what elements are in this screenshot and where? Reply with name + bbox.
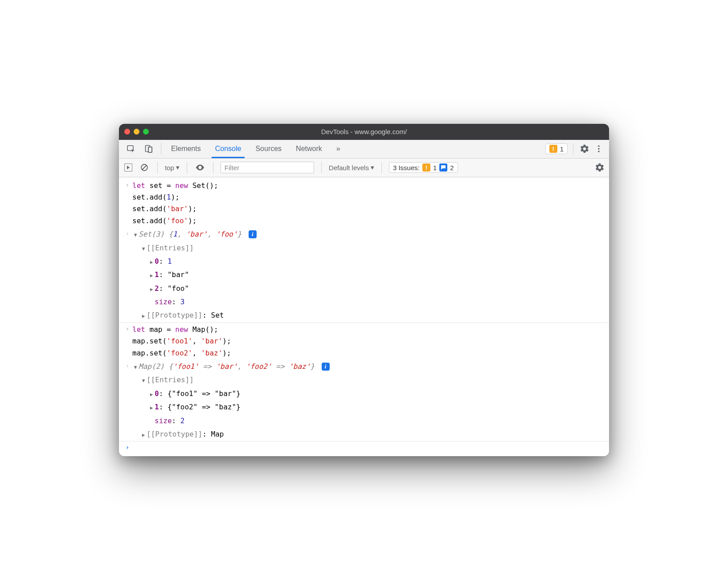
prompt-input[interactable] — [132, 442, 605, 453]
disclosure-triangle-icon[interactable] — [132, 229, 139, 240]
svg-point-6 — [598, 151, 600, 152]
console-input-row: › let map = new Map(); map.set('foo1', '… — [119, 323, 609, 360]
divider — [187, 162, 187, 173]
clear-console-icon[interactable] — [139, 162, 150, 173]
info-icon[interactable]: i — [322, 363, 330, 371]
object-entries: [[Entries]] — [119, 373, 609, 387]
object-summary[interactable]: Map(2) {'foo1' => 'bar', 'foo2' => 'baz'… — [132, 361, 605, 372]
entry-row: 1: {"foo2" => "baz"} — [119, 400, 609, 414]
divider — [213, 162, 213, 173]
settings-gear-icon[interactable] — [579, 143, 590, 155]
warning-icon: ! — [549, 145, 557, 153]
chevron-down-icon: ▾ — [176, 163, 180, 172]
live-expression-eye-icon[interactable] — [194, 162, 206, 173]
size-row: size: 2 — [119, 414, 609, 428]
input-chevron-icon: › — [123, 324, 132, 359]
panel-tabs: Elements Console Sources Network » — [164, 140, 348, 158]
prototype-row: [[Prototype]]: Map — [119, 428, 609, 441]
output-chevron-icon: ‹ — [123, 361, 132, 372]
divider — [157, 162, 158, 173]
disclosure-triangle-icon[interactable] — [140, 374, 147, 386]
entries-header[interactable]: [[Entries]] — [132, 374, 605, 386]
entry-row: 1: "bar" — [119, 268, 609, 282]
issues-badge[interactable]: 3 Issues: ! 1 2 — [389, 162, 458, 173]
console-toolbar: top ▾ Default levels ▾ 3 Issues: ! 1 2 — [119, 159, 609, 177]
console-output-row: ‹ Set(3) {1, 'bar', 'foo'} i — [119, 228, 609, 241]
kebab-menu-icon[interactable] — [593, 143, 605, 155]
divider — [161, 143, 161, 155]
maximize-window-button[interactable] — [143, 129, 149, 135]
context-selector[interactable]: top ▾ — [165, 163, 180, 172]
devtools-window: DevTools - www.google.com/ Elements Con — [119, 124, 609, 457]
output-chevron-icon: ‹ — [123, 229, 132, 240]
warnings-badge[interactable]: ! 1 — [545, 143, 568, 154]
entries-header[interactable]: [[Entries]] — [132, 242, 605, 254]
entry-row: 0: 1 — [119, 255, 609, 268]
disclosure-triangle-icon[interactable] — [140, 242, 147, 254]
prompt-chevron-icon: › — [123, 442, 132, 453]
divider — [573, 143, 573, 155]
warning-icon: ! — [422, 163, 430, 172]
disclosure-triangle-icon[interactable] — [140, 429, 147, 440]
disclosure-triangle-icon[interactable] — [148, 401, 155, 413]
inspect-element-icon[interactable] — [125, 143, 137, 155]
traffic-lights — [124, 129, 149, 135]
info-icon[interactable]: i — [249, 230, 257, 238]
tab-console[interactable]: Console — [208, 140, 249, 158]
input-chevron-icon: › — [123, 180, 132, 227]
console-prompt[interactable]: › — [119, 441, 609, 453]
size-row: size: 3 — [119, 295, 609, 309]
show-console-sidebar-icon[interactable] — [123, 162, 134, 173]
disclosure-triangle-icon[interactable] — [148, 283, 155, 294]
disclosure-triangle-icon[interactable] — [148, 256, 155, 267]
divider — [321, 162, 322, 173]
issues-msg-count: 2 — [450, 164, 454, 172]
console-input-row: › let set = new Set(); set.add(1); set.a… — [119, 179, 609, 228]
disclosure-triangle-icon[interactable] — [148, 269, 155, 281]
code-line[interactable]: let map = new Map(); map.set('foo1', 'ba… — [132, 324, 605, 359]
svg-rect-2 — [148, 147, 152, 152]
context-label: top — [165, 164, 174, 172]
svg-point-5 — [598, 148, 600, 150]
console-settings-gear-icon[interactable] — [594, 162, 605, 173]
disclosure-triangle-icon[interactable] — [132, 361, 139, 372]
main-toolbar: Elements Console Sources Network » ! 1 — [119, 140, 609, 159]
minimize-window-button[interactable] — [134, 129, 139, 135]
filter-input[interactable] — [221, 162, 314, 173]
close-window-button[interactable] — [124, 129, 130, 135]
tab-network[interactable]: Network — [289, 140, 329, 158]
log-levels-selector[interactable]: Default levels ▾ — [329, 163, 374, 172]
warnings-count: 1 — [560, 145, 564, 153]
disclosure-triangle-icon[interactable] — [140, 310, 147, 321]
entry-row: 2: "foo" — [119, 282, 609, 295]
issues-warn-count: 1 — [433, 164, 437, 172]
console-output-row: ‹ Map(2) {'foo1' => 'bar', 'foo2' => 'ba… — [119, 360, 609, 373]
window-title: DevTools - www.google.com/ — [119, 128, 609, 135]
tab-sources[interactable]: Sources — [248, 140, 289, 158]
entry-row: 0: {"foo1" => "bar"} — [119, 387, 609, 400]
issues-label: 3 Issues: — [393, 164, 420, 172]
console-output: › let set = new Set(); set.add(1); set.a… — [119, 177, 609, 457]
divider — [381, 162, 382, 173]
prototype-row: [[Prototype]]: Set — [119, 309, 609, 323]
tab-elements[interactable]: Elements — [164, 140, 208, 158]
object-summary[interactable]: Set(3) {1, 'bar', 'foo'} i — [132, 229, 605, 240]
levels-label: Default levels — [329, 164, 369, 172]
svg-line-8 — [142, 165, 147, 170]
message-icon — [439, 163, 447, 172]
titlebar: DevTools - www.google.com/ — [119, 124, 609, 140]
device-toolbar-icon[interactable] — [143, 143, 155, 155]
disclosure-triangle-icon[interactable] — [148, 388, 155, 400]
object-entries: [[Entries]] — [119, 241, 609, 255]
code-line[interactable]: let set = new Set(); set.add(1); set.add… — [132, 180, 605, 227]
chevron-down-icon: ▾ — [371, 163, 374, 172]
svg-point-4 — [598, 145, 600, 147]
tab-overflow[interactable]: » — [329, 140, 348, 158]
